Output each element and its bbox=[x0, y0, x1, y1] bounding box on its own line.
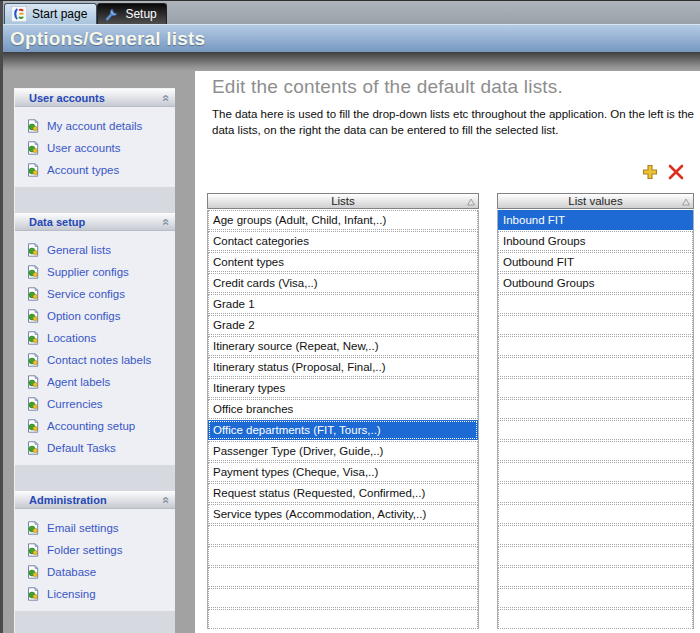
sidebar-item-user-accounts[interactable]: User accounts bbox=[15, 137, 175, 159]
app-logo-icon bbox=[11, 6, 27, 22]
sidebar-item-label: Currencies bbox=[47, 398, 103, 410]
sort-ascending-icon bbox=[467, 198, 475, 206]
lists-row-service-types-accommodation-activity[interactable]: Service types (Accommodation, Activity,.… bbox=[208, 504, 478, 524]
sidebar-item-label: Service configs bbox=[47, 288, 125, 300]
tab-start-page-label: Start page bbox=[32, 7, 87, 21]
lists-row-request-status-requested-confirmed[interactable]: Request status (Requested, Confirmed,..) bbox=[208, 483, 478, 503]
lists-table-header-label: Lists bbox=[331, 195, 355, 207]
sidebar-item-label: User accounts bbox=[47, 142, 121, 154]
lists-row-credit-cards-visa[interactable]: Credit cards (Visa,..) bbox=[208, 273, 478, 293]
lists-row-office-branches[interactable]: Office branches bbox=[208, 399, 478, 419]
sidebar-item-label: Agent labels bbox=[47, 376, 110, 388]
list-value-row-empty bbox=[498, 294, 693, 314]
lists-row-grade-1[interactable]: Grade 1 bbox=[208, 294, 478, 314]
list-document-icon bbox=[26, 353, 40, 367]
lists-row-payment-types-cheque-visa[interactable]: Payment types (Cheque, Visa,..) bbox=[208, 462, 478, 482]
lists-row-age-groups-adult-child-infant[interactable]: Age groups (Adult, Child, Infant,..) bbox=[208, 210, 478, 230]
sidebar-item-supplier-configs[interactable]: Supplier configs bbox=[15, 261, 175, 283]
list-value-row-outbound-fit[interactable]: Outbound FIT bbox=[498, 252, 693, 272]
lists-row-office-departments-fit-tours[interactable]: Office departments (FIT, Tours,..) bbox=[208, 420, 478, 440]
list-value-row-inbound-fit[interactable]: Inbound FIT bbox=[498, 210, 693, 230]
wrench-icon bbox=[104, 6, 120, 22]
tab-start-page[interactable]: Start page bbox=[4, 3, 97, 24]
add-value-button plus-icon[interactable] bbox=[640, 162, 660, 182]
sidebar-item-general-lists[interactable]: General lists bbox=[15, 239, 175, 261]
sidebar-item-label: Option configs bbox=[47, 310, 121, 322]
list-document-icon bbox=[26, 587, 40, 601]
lists-table: Lists Age groups (Adult, Child, Infant,.… bbox=[207, 193, 479, 630]
group-header-user-accounts[interactable]: User accounts« bbox=[15, 89, 175, 107]
sidebar-group-administration: Administration«Email settingsFolder sett… bbox=[15, 491, 175, 611]
list-value-row-empty bbox=[498, 336, 693, 356]
sidebar-item-label: Supplier configs bbox=[47, 266, 129, 278]
list-value-row-empty bbox=[498, 567, 693, 587]
sidebar-item-label: My account details bbox=[47, 120, 142, 132]
sidebar-item-label: Accounting setup bbox=[47, 420, 135, 432]
list-value-row-empty bbox=[498, 378, 693, 398]
group-header-data-setup[interactable]: Data setup« bbox=[15, 213, 175, 231]
list-document-icon bbox=[26, 309, 40, 323]
collapse-chevron-icon[interactable]: « bbox=[160, 94, 170, 101]
list-document-icon bbox=[26, 419, 40, 433]
list-value-row-empty bbox=[498, 357, 693, 377]
sidebar: User accounts«My account detailsUser acc… bbox=[14, 88, 175, 633]
sidebar-item-label: Contact notes labels bbox=[47, 354, 151, 366]
lists-row-itinerary-status-proposal-final[interactable]: Itinerary status (Proposal, Final,..) bbox=[208, 357, 478, 377]
list-value-row-empty bbox=[498, 588, 693, 608]
list-document-icon bbox=[26, 521, 40, 535]
lists-row-empty bbox=[208, 609, 478, 629]
group-title: Data setup bbox=[29, 216, 85, 228]
list-document-icon bbox=[26, 543, 40, 557]
sidebar-item-label: Default Tasks bbox=[47, 442, 116, 454]
sidebar-item-contact-notes-labels[interactable]: Contact notes labels bbox=[15, 349, 175, 371]
list-value-row-inbound-groups[interactable]: Inbound Groups bbox=[498, 231, 693, 251]
list-value-row-empty bbox=[498, 462, 693, 482]
sidebar-item-locations[interactable]: Locations bbox=[15, 327, 175, 349]
sidebar-item-my-account-details[interactable]: My account details bbox=[15, 115, 175, 137]
sidebar-item-licensing[interactable]: Licensing bbox=[15, 583, 175, 605]
sidebar-item-database[interactable]: Database bbox=[15, 561, 175, 583]
sidebar-item-label: Licensing bbox=[47, 588, 96, 600]
sidebar-item-option-configs[interactable]: Option configs bbox=[15, 305, 175, 327]
lists-row-itinerary-source-repeat-new[interactable]: Itinerary source (Repeat, New,..) bbox=[208, 336, 478, 356]
sidebar-item-label: General lists bbox=[47, 244, 111, 256]
group-title: User accounts bbox=[29, 92, 105, 104]
collapse-chevron-icon[interactable]: « bbox=[160, 218, 170, 225]
lists-row-grade-2[interactable]: Grade 2 bbox=[208, 315, 478, 335]
lists-row-empty bbox=[208, 588, 478, 608]
sort-ascending-icon bbox=[682, 198, 690, 206]
sidebar-item-label: Locations bbox=[47, 332, 96, 344]
list-values-table-header[interactable]: List values bbox=[497, 193, 694, 209]
lists-table-body: Age groups (Adult, Child, Infant,..)Cont… bbox=[207, 210, 479, 629]
sidebar-item-accounting-setup[interactable]: Accounting setup bbox=[15, 415, 175, 437]
sidebar-item-service-configs[interactable]: Service configs bbox=[15, 283, 175, 305]
sidebar-item-agent-labels[interactable]: Agent labels bbox=[15, 371, 175, 393]
list-document-icon bbox=[26, 397, 40, 411]
delete-value-button delete-x-icon[interactable] bbox=[666, 162, 686, 182]
list-document-icon bbox=[26, 287, 40, 301]
list-document-icon bbox=[26, 331, 40, 345]
list-values-table-header-label: List values bbox=[568, 195, 622, 207]
lists-row-itinerary-types[interactable]: Itinerary types bbox=[208, 378, 478, 398]
tab-bar: Start page Setup bbox=[0, 0, 700, 24]
group-header-administration[interactable]: Administration« bbox=[15, 491, 175, 509]
list-document-icon bbox=[26, 141, 40, 155]
list-value-row-empty bbox=[498, 609, 693, 629]
list-value-row-empty bbox=[498, 315, 693, 335]
sidebar-item-email-settings[interactable]: Email settings bbox=[15, 517, 175, 539]
lists-row-contact-categories[interactable]: Contact categories bbox=[208, 231, 478, 251]
sidebar-item-default-tasks[interactable]: Default Tasks bbox=[15, 437, 175, 459]
list-value-row-outbound-groups[interactable]: Outbound Groups bbox=[498, 273, 693, 293]
collapse-chevron-icon[interactable]: « bbox=[160, 496, 170, 503]
group-title: Administration bbox=[29, 494, 107, 506]
sidebar-item-account-types[interactable]: Account types bbox=[15, 159, 175, 181]
tab-setup[interactable]: Setup bbox=[97, 3, 166, 24]
lists-table-header[interactable]: Lists bbox=[207, 193, 479, 209]
lists-row-passenger-type-driver-guide[interactable]: Passenger Type (Driver, Guide,..) bbox=[208, 441, 478, 461]
sidebar-item-folder-settings[interactable]: Folder settings bbox=[15, 539, 175, 561]
lists-row-content-types[interactable]: Content types bbox=[208, 252, 478, 272]
lists-row-empty bbox=[208, 546, 478, 566]
lists-row-empty bbox=[208, 567, 478, 587]
sidebar-item-currencies[interactable]: Currencies bbox=[15, 393, 175, 415]
list-document-icon bbox=[26, 565, 40, 579]
